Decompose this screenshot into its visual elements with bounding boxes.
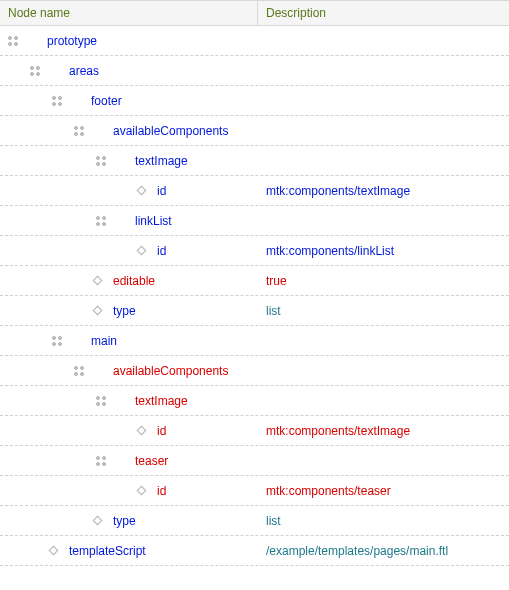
node-label[interactable]: teaser bbox=[135, 454, 168, 468]
property-icon bbox=[49, 546, 59, 556]
column-header-desc[interactable]: Description bbox=[258, 1, 509, 25]
table-row[interactable]: textImage bbox=[0, 386, 509, 416]
node-label[interactable]: type bbox=[113, 304, 136, 318]
node-label[interactable]: linkList bbox=[135, 214, 172, 228]
cell-description: mtk:components/textImage bbox=[258, 420, 509, 442]
cell-name: availableComponents bbox=[0, 120, 258, 142]
node-label[interactable]: textImage bbox=[135, 154, 188, 168]
cell-description: list bbox=[258, 300, 509, 322]
cell-description bbox=[258, 397, 509, 405]
table-row[interactable]: typelist bbox=[0, 506, 509, 536]
node-label[interactable]: availableComponents bbox=[113, 124, 228, 138]
cell-name: id bbox=[0, 480, 258, 502]
cell-name: id bbox=[0, 180, 258, 202]
drag-handle-icon[interactable] bbox=[96, 216, 106, 226]
cell-description bbox=[258, 367, 509, 375]
drag-handle-icon[interactable] bbox=[96, 156, 106, 166]
drag-handle-icon[interactable] bbox=[30, 66, 40, 76]
drag-handle-icon[interactable] bbox=[52, 96, 62, 106]
table-row[interactable]: idmtk:components/textImage bbox=[0, 176, 509, 206]
cell-name: availableComponents bbox=[0, 360, 258, 382]
table-row[interactable]: idmtk:components/teaser bbox=[0, 476, 509, 506]
cell-description: mtk:components/textImage bbox=[258, 180, 509, 202]
node-tree-table: Node name Description prototypeareasfoot… bbox=[0, 0, 509, 566]
cell-name: textImage bbox=[0, 150, 258, 172]
node-label[interactable]: prototype bbox=[47, 34, 97, 48]
cell-description bbox=[258, 37, 509, 45]
table-row[interactable]: idmtk:components/linkList bbox=[0, 236, 509, 266]
cell-description: mtk:components/teaser bbox=[258, 480, 509, 502]
property-icon bbox=[93, 516, 103, 526]
table-row[interactable]: main bbox=[0, 326, 509, 356]
node-label[interactable]: id bbox=[157, 184, 166, 198]
cell-name: prototype bbox=[0, 30, 258, 52]
property-icon bbox=[137, 186, 147, 196]
cell-name: id bbox=[0, 420, 258, 442]
cell-name: footer bbox=[0, 90, 258, 112]
node-label[interactable]: footer bbox=[91, 94, 122, 108]
table-row[interactable]: editabletrue bbox=[0, 266, 509, 296]
node-label[interactable]: editable bbox=[113, 274, 155, 288]
cell-description bbox=[258, 457, 509, 465]
node-label[interactable]: type bbox=[113, 514, 136, 528]
column-header-name[interactable]: Node name bbox=[0, 1, 258, 25]
property-icon bbox=[137, 246, 147, 256]
cell-description: /example/templates/pages/main.ftl bbox=[258, 540, 509, 562]
node-label[interactable]: id bbox=[157, 244, 166, 258]
table-row[interactable]: availableComponents bbox=[0, 356, 509, 386]
cell-name: id bbox=[0, 240, 258, 262]
cell-name: editable bbox=[0, 270, 258, 292]
table-row[interactable]: availableComponents bbox=[0, 116, 509, 146]
node-label[interactable]: id bbox=[157, 484, 166, 498]
node-label[interactable]: areas bbox=[69, 64, 99, 78]
cell-description bbox=[258, 97, 509, 105]
drag-handle-icon[interactable] bbox=[52, 336, 62, 346]
cell-name: templateScript bbox=[0, 540, 258, 562]
table-row[interactable]: footer bbox=[0, 86, 509, 116]
cell-name: type bbox=[0, 510, 258, 532]
table-row[interactable]: templateScript/example/templates/pages/m… bbox=[0, 536, 509, 566]
cell-name: linkList bbox=[0, 210, 258, 232]
table-header: Node name Description bbox=[0, 0, 509, 26]
cell-description bbox=[258, 157, 509, 165]
cell-name: teaser bbox=[0, 450, 258, 472]
node-label[interactable]: templateScript bbox=[69, 544, 146, 558]
node-label[interactable]: availableComponents bbox=[113, 364, 228, 378]
drag-handle-icon[interactable] bbox=[96, 396, 106, 406]
cell-description: mtk:components/linkList bbox=[258, 240, 509, 262]
cell-description: true bbox=[258, 270, 509, 292]
table-row[interactable]: textImage bbox=[0, 146, 509, 176]
drag-handle-icon[interactable] bbox=[74, 126, 84, 136]
table-row[interactable]: prototype bbox=[0, 26, 509, 56]
drag-handle-icon[interactable] bbox=[96, 456, 106, 466]
node-label[interactable]: main bbox=[91, 334, 117, 348]
property-icon bbox=[137, 486, 147, 496]
property-icon bbox=[93, 276, 103, 286]
cell-description bbox=[258, 127, 509, 135]
cell-description bbox=[258, 217, 509, 225]
cell-description: list bbox=[258, 510, 509, 532]
cell-name: type bbox=[0, 300, 258, 322]
table-row[interactable]: areas bbox=[0, 56, 509, 86]
table-row[interactable]: teaser bbox=[0, 446, 509, 476]
node-label[interactable]: textImage bbox=[135, 394, 188, 408]
table-row[interactable]: linkList bbox=[0, 206, 509, 236]
node-label[interactable]: id bbox=[157, 424, 166, 438]
drag-handle-icon[interactable] bbox=[8, 36, 18, 46]
drag-handle-icon[interactable] bbox=[74, 366, 84, 376]
cell-name: main bbox=[0, 330, 258, 352]
property-icon bbox=[93, 306, 103, 316]
cell-description bbox=[258, 67, 509, 75]
cell-name: textImage bbox=[0, 390, 258, 412]
cell-description bbox=[258, 337, 509, 345]
table-row[interactable]: typelist bbox=[0, 296, 509, 326]
property-icon bbox=[137, 426, 147, 436]
table-row[interactable]: idmtk:components/textImage bbox=[0, 416, 509, 446]
cell-name: areas bbox=[0, 60, 258, 82]
